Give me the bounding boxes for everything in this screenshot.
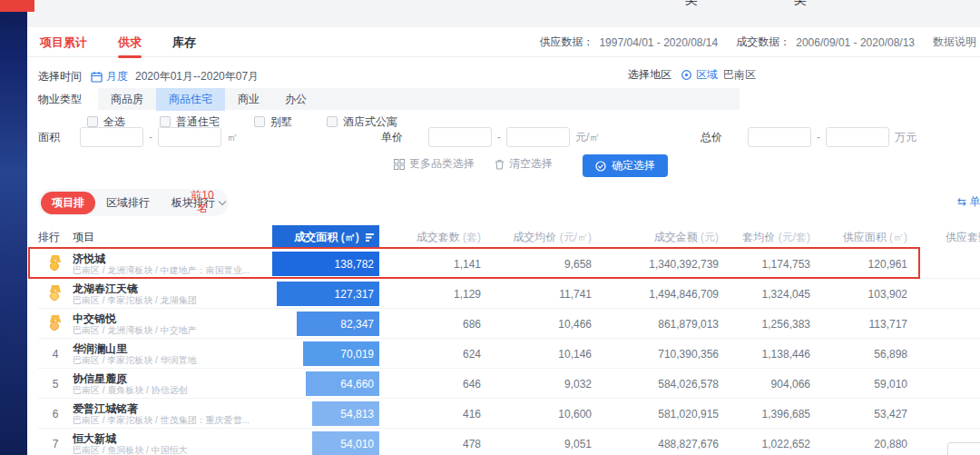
- tab-inventory[interactable]: 库存: [171, 27, 198, 58]
- table-row[interactable]: 6 爱普江城铭著 巴南区 / 李家沱板块 / 世茂集团：重庆爱普... 54,8…: [38, 399, 980, 429]
- truncated-text: 类: [794, 0, 807, 8]
- unit-price-range-group: 单价 - 元/㎡: [381, 127, 600, 147]
- grid-icon: [394, 159, 405, 170]
- total-price-label: 总价: [701, 130, 722, 145]
- table-row[interactable]: 4 华润澜山里 巴南区 / 李家沱板块 / 华润置地 70,019 624 10…: [38, 339, 980, 369]
- deal-avg-value: 11,741: [481, 288, 592, 301]
- range-dash: -: [497, 131, 501, 143]
- project-subtitle: 巴南区 / 龙洲湾板块 / 中建地产：南国置业...: [73, 265, 272, 276]
- rank-number: 7: [53, 438, 59, 450]
- header-supply-count[interactable]: 供应套数: [907, 230, 980, 245]
- top-n-selector[interactable]: 前10名: [187, 187, 247, 218]
- left-nav-stripe: [0, 0, 27, 455]
- header-deal-avg[interactable]: 成交均价 (元/㎡): [481, 230, 592, 245]
- project-name[interactable]: 中交锦悦: [73, 313, 272, 325]
- time-filter-label: 选择时间: [38, 69, 82, 84]
- property-type-tabs: 商品房商品住宅商业办公: [98, 88, 740, 110]
- deal-amount-value: 1,494,846,709: [592, 288, 719, 301]
- total-price-range-group: 总价 - 万元: [701, 127, 916, 147]
- area-max-input[interactable]: [158, 127, 221, 147]
- project-name[interactable]: 爱普江城铭著: [73, 403, 272, 415]
- total-price-max-input[interactable]: [826, 127, 889, 147]
- main-panel: 项目累计 供求 库存 供应数据： 1997/04/01 - 2020/08/14…: [27, 27, 980, 455]
- project-name[interactable]: 协信星麓原: [73, 373, 272, 385]
- region-value[interactable]: 巴南区: [723, 67, 756, 83]
- region-filter-label: 选择地区: [628, 67, 671, 83]
- period-mode-link[interactable]: 月度: [106, 69, 128, 84]
- unit-toggle[interactable]: ⇆ 单: [957, 194, 980, 210]
- range-dash: -: [149, 131, 152, 143]
- header-supply-area[interactable]: 供应面积 (㎡): [810, 230, 907, 245]
- checkbox-icon[interactable]: [160, 116, 171, 127]
- filter-actions-row: 更多品类选择 清空选择 确定选择: [27, 154, 980, 178]
- property-type-option[interactable]: 商品房: [98, 88, 156, 111]
- truncated-text: 类: [685, 0, 698, 8]
- property-type-option[interactable]: 商业: [225, 88, 272, 111]
- location-target-icon[interactable]: [681, 69, 692, 81]
- region-type-link[interactable]: 区域: [696, 67, 718, 83]
- property-type-row: 物业类型 商品房商品住宅商业办公: [38, 87, 740, 111]
- total-price-unit: 万元: [895, 130, 916, 145]
- deal-count-value: 646: [379, 378, 481, 391]
- header-tabs-row: 项目累计 供求 库存 供应数据： 1997/04/01 - 2020/08/14…: [27, 27, 980, 57]
- clear-selection-button[interactable]: 清空选择: [495, 156, 553, 172]
- partial-pagination-box[interactable]: [947, 442, 980, 455]
- unit-price-min-input[interactable]: [428, 127, 492, 147]
- header-deal-count[interactable]: 成交套数 (套): [379, 230, 481, 245]
- project-name[interactable]: 恒大新城: [73, 433, 272, 445]
- table-row[interactable]: 龙湖春江天镜 巴南区 / 李家沱板块 / 龙湖集团 127,317 1,129 …: [38, 279, 980, 309]
- area-min-input[interactable]: [80, 127, 143, 147]
- deal-count-value: 478: [379, 438, 481, 450]
- project-name[interactable]: 华润澜山里: [73, 343, 272, 355]
- header-per-unit-avg[interactable]: 套均价 (元/套): [719, 230, 810, 245]
- deal-avg-value: 10,146: [481, 348, 592, 361]
- table-row[interactable]: 济悦城 巴南区 / 龙洲湾板块 / 中建地产：南国置业... 138,782 1…: [38, 249, 980, 279]
- confirm-selection-button[interactable]: 确定选择: [583, 154, 668, 177]
- project-name[interactable]: 济悦城: [73, 253, 272, 265]
- unit-price-unit: 元/㎡: [575, 130, 600, 145]
- supply-data-label: 供应数据：: [539, 35, 593, 50]
- deal-area-value: 54,813: [340, 408, 374, 420]
- project-name[interactable]: 龙湖春江天镜: [73, 283, 272, 295]
- deal-count-value: 1,141: [379, 258, 481, 271]
- deal-amount-value: 581,020,915: [592, 408, 719, 420]
- per-unit-avg-value: 1,396,685: [719, 408, 810, 420]
- ranking-tab[interactable]: 区域排行: [95, 192, 161, 214]
- table-row[interactable]: 7 恒大新城 巴南区 / 鱼洞板块 / 中国恒大 54,010 478 9,05…: [38, 429, 980, 455]
- date-range-value[interactable]: 2020年01月--2020年07月: [135, 69, 259, 84]
- rank-number: 6: [53, 408, 59, 420]
- supply-area-value: 113,717: [810, 318, 907, 331]
- per-unit-avg-value: 1,022,652: [719, 438, 810, 450]
- deal-area-bar: 82,347: [297, 312, 379, 336]
- deal-area-bar: 70,019: [303, 341, 379, 366]
- data-note-link[interactable]: 数据说明: [933, 35, 976, 50]
- medal-icon: [48, 255, 63, 271]
- table-header-row: 排行 项目 成交面积 (㎡) 成交套数 (套) 成交均价 (元/㎡) 成交金额 …: [38, 225, 980, 249]
- tab-project-cumulative[interactable]: 项目累计: [38, 27, 89, 58]
- more-categories-button[interactable]: 更多品类选择: [394, 156, 475, 172]
- property-type-option[interactable]: 办公: [272, 88, 319, 111]
- property-type-option[interactable]: 商品住宅: [156, 88, 225, 111]
- supply-area-value: 53,427: [810, 408, 907, 420]
- calendar-icon[interactable]: [91, 71, 103, 83]
- area-unit: ㎡: [227, 130, 238, 145]
- trash-icon: [495, 159, 505, 170]
- table-row[interactable]: 5 协信星麓原 巴南区 / 鹿角板块 / 协信远创 64,660 646 9,0…: [38, 369, 980, 399]
- total-price-min-input[interactable]: [748, 127, 811, 147]
- deal-amount-value: 1,340,392,739: [592, 258, 719, 271]
- unit-price-max-input[interactable]: [506, 127, 570, 147]
- header-deal-amount[interactable]: 成交金额 (元): [592, 230, 719, 245]
- deal-area-value: 64,660: [340, 378, 374, 391]
- checkbox-icon[interactable]: [254, 116, 265, 127]
- checkbox-icon[interactable]: [327, 116, 338, 127]
- checkbox-icon[interactable]: [87, 116, 98, 127]
- deal-amount-value: 488,827,676: [592, 438, 719, 450]
- deal-count-value: 1,129: [379, 288, 481, 301]
- region-filter-group: 选择地区 区域 巴南区: [628, 67, 756, 83]
- supply-data-range: 1997/04/01 - 2020/08/14: [599, 36, 718, 49]
- table-row[interactable]: 中交锦悦 巴南区 / 龙洲湾板块 / 中交地产 82,347 686 10,46…: [38, 309, 980, 339]
- tab-supply-demand[interactable]: 供求: [116, 27, 143, 58]
- header-deal-area[interactable]: 成交面积 (㎡): [272, 225, 379, 249]
- ranking-tab[interactable]: 项目排: [41, 192, 95, 214]
- per-unit-avg-value: 1,256,383: [719, 318, 810, 331]
